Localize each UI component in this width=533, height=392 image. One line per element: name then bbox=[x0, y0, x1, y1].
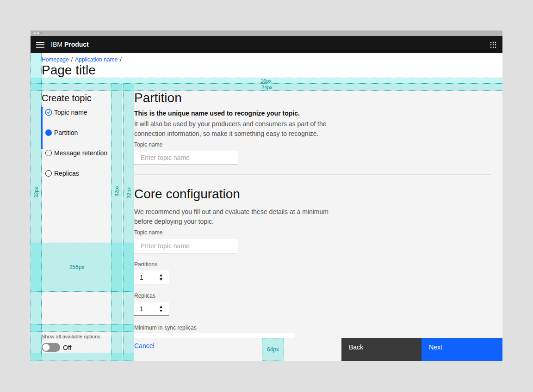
partitions-number-input[interactable]: 1 bbox=[134, 270, 169, 284]
progress-indicator-line bbox=[41, 107, 43, 149]
field-label-min-insync-replicas: Minimum in-sync replicas bbox=[134, 325, 197, 331]
section-intro-bold: This is the unique name used to recogniz… bbox=[134, 110, 300, 117]
annotation-label: 32px bbox=[33, 183, 39, 202]
breadcrumb-separator: / bbox=[71, 56, 73, 63]
step-incomplete-icon bbox=[45, 150, 52, 156]
spacing-annotation-left-gutter-32px bbox=[31, 53, 42, 361]
annotation-label: 24px bbox=[261, 85, 273, 90]
section-intro-body: It will also be used by your producers a… bbox=[134, 119, 327, 139]
window-dot-icon bbox=[40, 32, 42, 34]
wizard-title: Create topic bbox=[42, 93, 92, 104]
options-toggle-switch[interactable] bbox=[42, 343, 60, 352]
page-title: Page title bbox=[42, 62, 96, 78]
wizard-step-topic-name[interactable]: Topic name bbox=[45, 107, 124, 118]
decrement-arrow-icon[interactable] bbox=[160, 278, 162, 281]
breadcrumb-link-homepage[interactable]: Homepage bbox=[42, 56, 69, 63]
increment-arrow-icon[interactable] bbox=[160, 274, 162, 276]
section-heading: Partition bbox=[134, 90, 182, 106]
section-heading: Core configuration bbox=[134, 186, 240, 202]
spacing-annotation-sidebar-gutter-32px bbox=[111, 84, 122, 361]
product-header: IBMProduct bbox=[31, 36, 502, 53]
annotation-label: 64px bbox=[262, 346, 284, 353]
wizard-step-partition[interactable]: Partition bbox=[45, 127, 124, 138]
breadcrumb-separator: / bbox=[120, 56, 121, 63]
breadcrumb-link-application[interactable]: Application name bbox=[75, 56, 118, 63]
brand-name: Product bbox=[64, 41, 89, 48]
toggle-state-text: Off bbox=[63, 344, 71, 351]
number-value: 1 bbox=[140, 274, 143, 281]
toggle-knob bbox=[43, 344, 50, 351]
brand-prefix: IBM bbox=[51, 41, 62, 48]
back-button[interactable]: Back bbox=[341, 338, 421, 361]
window-dot-icon bbox=[34, 32, 36, 34]
field-label-replicas: Replicas bbox=[134, 293, 155, 299]
annotation-label: 32px bbox=[114, 182, 119, 200]
step-incomplete-icon bbox=[45, 170, 52, 177]
section-intro-body: We recommend you fill out and evaluate t… bbox=[134, 207, 328, 227]
hamburger-menu-icon[interactable] bbox=[36, 42, 44, 48]
spacing-annotation-content-gutter-32px bbox=[123, 84, 134, 361]
browser-chrome-bar bbox=[31, 31, 502, 36]
core-topic-name-input[interactable] bbox=[134, 239, 238, 253]
number-stepper[interactable] bbox=[159, 273, 163, 282]
number-value: 1 bbox=[140, 305, 143, 312]
decrement-arrow-icon[interactable] bbox=[160, 310, 162, 312]
spacing-annotation-options-bottom bbox=[31, 353, 134, 361]
field-label-topic-name: Topic name bbox=[134, 229, 162, 236]
annotation-label: 256px bbox=[61, 264, 93, 270]
app-window: IBMProduct Homepage/Application name/ Pa… bbox=[31, 31, 502, 361]
options-toggle-label: Show all available options bbox=[42, 334, 100, 339]
app-switcher-grid-icon[interactable] bbox=[490, 42, 496, 48]
annotation-label: 16px bbox=[260, 78, 272, 84]
step-label: Topic name bbox=[54, 108, 87, 116]
spacing-annotation-options-top bbox=[31, 324, 134, 332]
number-stepper[interactable] bbox=[159, 305, 163, 313]
step-label: Replicas bbox=[54, 169, 79, 178]
annotation-label: 32px bbox=[126, 184, 131, 202]
cancel-button[interactable]: Cancel bbox=[134, 342, 155, 349]
next-button[interactable]: Next bbox=[421, 338, 502, 361]
brand-title: IBMProduct bbox=[51, 36, 89, 53]
wizard-step-replicas[interactable]: Replicas bbox=[45, 168, 124, 179]
breadcrumb: Homepage/Application name/ bbox=[42, 56, 124, 63]
field-label-partitions: Partitions bbox=[134, 261, 157, 268]
wizard-step-message-retention[interactable]: Message retention bbox=[45, 147, 124, 159]
step-complete-icon bbox=[45, 109, 52, 116]
increment-arrow-icon[interactable] bbox=[160, 306, 162, 308]
topic-name-input[interactable] bbox=[134, 151, 238, 165]
min-insync-replicas-input[interactable] bbox=[134, 333, 295, 338]
step-label: Message retention bbox=[54, 149, 107, 157]
section-divider bbox=[134, 174, 491, 175]
window-dot-icon bbox=[37, 32, 39, 34]
field-label-topic-name: Topic name bbox=[134, 141, 162, 148]
step-current-icon bbox=[45, 129, 52, 136]
replicas-number-input[interactable]: 1 bbox=[134, 302, 169, 316]
step-label: Partition bbox=[54, 129, 78, 137]
